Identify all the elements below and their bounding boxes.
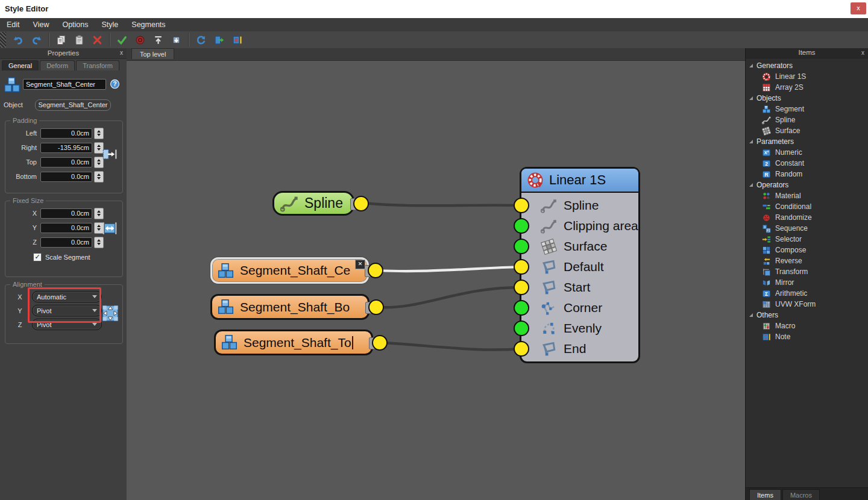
spinner-down-icon[interactable]: [97, 214, 101, 216]
item-spline[interactable]: Spline: [746, 114, 868, 125]
item-compose[interactable]: Compose: [746, 245, 868, 255]
alignment-x-dropdown[interactable]: Automatic: [32, 291, 102, 302]
wire-segment-bottom-to-start[interactable]: [379, 287, 521, 307]
items-group-operators[interactable]: Operators: [746, 180, 868, 190]
segment-node-segment-shaft-ce[interactable]: Segment_Shaft_Ce✕: [210, 257, 369, 284]
alignment-z-dropdown[interactable]: Pivot: [32, 319, 102, 330]
spinner-down-icon[interactable]: [97, 134, 101, 136]
input-port-yellow[interactable]: [514, 280, 529, 295]
generator-node-linear-1s[interactable]: Linear 1S SplineClipping areaSurfaceDefa…: [520, 167, 640, 363]
input-port-yellow[interactable]: [514, 198, 529, 213]
tab-transform[interactable]: Transform: [76, 60, 119, 70]
properties-panel-close-icon[interactable]: x: [120, 48, 123, 58]
spinner-down-icon[interactable]: [97, 243, 101, 245]
spinner-up-icon[interactable]: [97, 145, 101, 147]
input-port-yellow[interactable]: [514, 259, 529, 275]
spline-node[interactable]: Spline: [272, 191, 354, 216]
generator-input-default[interactable]: Default: [521, 257, 638, 277]
tab-items[interactable]: Items: [749, 489, 781, 500]
spline-output-port[interactable]: [353, 196, 369, 211]
padding-bottom-spinner[interactable]: [94, 171, 104, 183]
wire-segment-top-to-end[interactable]: [383, 343, 521, 350]
generator-input-spline[interactable]: Spline: [521, 195, 638, 216]
item-sequence[interactable]: 12Sequence: [746, 223, 868, 234]
item-mirror[interactable]: Mirror: [746, 277, 868, 288]
item-note[interactable]: Note: [746, 331, 868, 342]
fixed-size-z-input[interactable]: 0.0cm: [40, 237, 92, 248]
collapse-top-button[interactable]: [150, 33, 166, 48]
items-group-objects[interactable]: Objects: [746, 93, 868, 104]
undo-button[interactable]: [10, 33, 26, 48]
notes-button[interactable]: [229, 33, 245, 48]
segment-node-segment-shaft-to[interactable]: Segment_Shaft_To: [214, 330, 373, 355]
item-randomize[interactable]: Randomize: [746, 212, 868, 223]
item-linear-1s[interactable]: Linear 1S: [746, 71, 868, 82]
spinner-up-icon[interactable]: [97, 173, 101, 176]
spinner-down-icon[interactable]: [97, 148, 101, 151]
segment-name-input[interactable]: [23, 79, 106, 90]
item-conditional[interactable]: Conditional: [746, 201, 868, 212]
generator-input-corner[interactable]: Corner: [521, 298, 638, 318]
tab-top-level[interactable]: Top level: [131, 48, 174, 59]
fixed-size-y-input[interactable]: 0.0cm: [40, 223, 92, 233]
spinner-up-icon[interactable]: [97, 225, 101, 227]
help-icon[interactable]: ?: [110, 79, 120, 89]
segment-output-port[interactable]: [368, 299, 384, 315]
generator-node-header[interactable]: Linear 1S: [521, 169, 638, 193]
apply-button[interactable]: [114, 33, 130, 48]
fixed-size-x-spinner[interactable]: [94, 208, 104, 219]
generator-input-clipping-area[interactable]: Clipping area: [521, 216, 638, 236]
menu-style[interactable]: Style: [95, 19, 125, 31]
tab-macros[interactable]: Macros: [782, 489, 820, 500]
disable-button[interactable]: [132, 33, 148, 48]
window-close-button[interactable]: x: [851, 2, 866, 14]
spinner-up-icon[interactable]: [97, 159, 101, 161]
redo-button[interactable]: [28, 33, 44, 48]
wire-spline-to-spline-input[interactable]: [364, 203, 521, 205]
item-array-2s[interactable]: Array 2S: [746, 82, 868, 93]
menu-options[interactable]: Options: [55, 19, 95, 31]
item-material[interactable]: Material: [746, 190, 868, 201]
menu-segments[interactable]: Segments: [125, 19, 172, 31]
scale-segment-checkbox[interactable]: ✓: [33, 253, 42, 261]
segment-output-port[interactable]: [368, 263, 383, 278]
item-numeric[interactable]: X²Numeric: [746, 147, 868, 158]
generator-input-evenly[interactable]: Evenly: [521, 318, 638, 339]
spinner-down-icon[interactable]: [97, 177, 101, 180]
spinner-down-icon[interactable]: [97, 163, 101, 165]
item-surface[interactable]: Surface: [746, 125, 868, 136]
padding-left-input[interactable]: 0.0cm: [40, 128, 92, 139]
items-panel-close-icon[interactable]: x: [861, 48, 864, 57]
toolbar-grip-handle[interactable]: [0, 32, 6, 48]
generator-input-start[interactable]: Start: [521, 277, 638, 298]
items-group-others[interactable]: Others: [746, 310, 868, 320]
tab-general[interactable]: General: [2, 60, 39, 70]
item-macro[interactable]: Macro: [746, 320, 868, 331]
copy-button[interactable]: [53, 33, 69, 48]
node-close-button[interactable]: ✕: [355, 260, 365, 269]
fixed-size-z-spinner[interactable]: [94, 237, 104, 248]
fixed-size-x-input[interactable]: 0.0cm: [40, 208, 92, 219]
refresh-button[interactable]: [193, 33, 209, 48]
item-uvw-xform[interactable]: UVW XForm: [746, 299, 868, 310]
object-picker-button[interactable]: Segment_Shaft_Center: [35, 99, 111, 111]
padding-bottom-input[interactable]: 0.0cm: [40, 172, 92, 182]
spinner-up-icon[interactable]: [97, 210, 101, 213]
menu-edit[interactable]: Edit: [0, 19, 27, 31]
item-selector[interactable]: Selector: [746, 234, 868, 245]
spinner-down-icon[interactable]: [97, 228, 101, 231]
tab-deform[interactable]: Deform: [40, 60, 75, 70]
input-port-green[interactable]: [514, 218, 529, 234]
menu-view[interactable]: View: [27, 19, 56, 31]
segment-node-segment-shaft-bo[interactable]: Segment_Shaft_Bo: [210, 294, 370, 320]
item-arithmetic[interactable]: ΣArithmetic: [746, 288, 868, 299]
collapse-bottom-button[interactable]: [168, 33, 184, 48]
item-random[interactable]: RRandom: [746, 169, 868, 180]
input-port-green[interactable]: [514, 300, 529, 316]
item-transform[interactable]: Transform: [746, 266, 868, 277]
input-port-green[interactable]: [514, 239, 529, 254]
canvas-body[interactable]: Spline Linear 1S SplineClipping areaSurf…: [127, 61, 745, 500]
wire-segment-center-to-default-selected[interactable]: [379, 267, 521, 271]
spinner-up-icon[interactable]: [97, 130, 101, 133]
segment-output-port[interactable]: [372, 335, 388, 351]
